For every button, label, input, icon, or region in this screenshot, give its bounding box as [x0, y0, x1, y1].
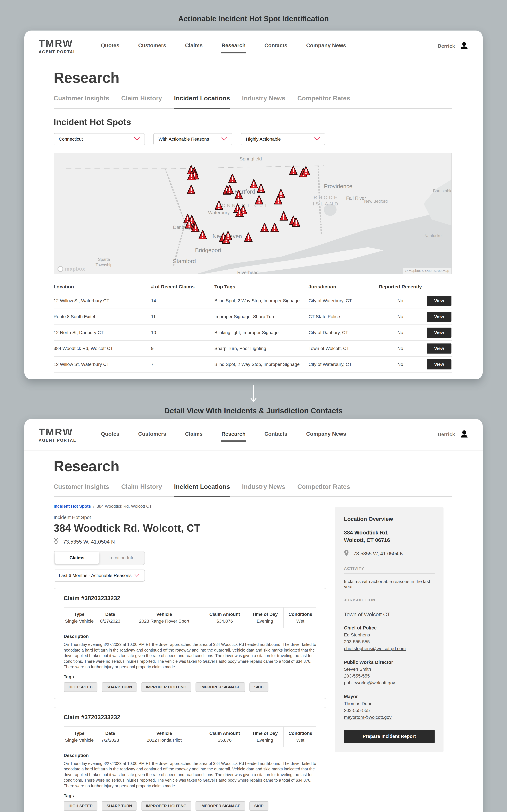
- nav-item-quotes[interactable]: Quotes: [101, 427, 120, 442]
- map-attribution[interactable]: © Mapbox © OpenStreetMap: [403, 268, 451, 274]
- chevron-down-icon: [315, 136, 320, 142]
- tab-claim-history[interactable]: Claim History: [121, 95, 162, 102]
- tab-incident-locations[interactable]: Incident Locations: [174, 483, 230, 490]
- cell-top-tags: Blind Spot, 2 Way Stop, Improper Signage: [214, 362, 308, 367]
- view-button[interactable]: View: [427, 296, 451, 306]
- stage-title-bottom: Detail View With Incidents & Jurisdictio…: [0, 406, 507, 415]
- tab-industry-news[interactable]: Industry News: [242, 95, 285, 102]
- claim-fields-table: TypeSingle VehicleDate8/27/2023Vehicle20…: [64, 607, 316, 628]
- tab-claim-history[interactable]: Claim History: [121, 483, 162, 490]
- incident-marker-icon[interactable]: [198, 230, 207, 240]
- filter-dropdown-highly-actionable[interactable]: Highly Actionable: [241, 133, 325, 145]
- incident-marker-icon[interactable]: [274, 195, 283, 205]
- nav-item-company-news[interactable]: Company News: [306, 39, 346, 53]
- tab-competitor-rates[interactable]: Competitor Rates: [297, 483, 350, 490]
- table-row: 384 Woodtick Rd, Wolcott CT9Sharp Turn, …: [54, 341, 452, 357]
- nav-item-customers[interactable]: Customers: [138, 427, 166, 442]
- incident-marker-icon[interactable]: [255, 195, 264, 205]
- cell-jurisdiction: Town of Wolcott, CT: [308, 346, 377, 351]
- tab-industry-news[interactable]: Industry News: [242, 483, 285, 490]
- view-button[interactable]: View: [427, 312, 451, 322]
- incident-marker-icon[interactable]: [244, 232, 253, 242]
- incident-marker-icon[interactable]: [187, 171, 196, 181]
- contact-email-link[interactable]: chiefstephens@wolcottpd.com: [344, 646, 406, 651]
- tmrw-logo[interactable]: TMRW AGENT PORTAL: [39, 427, 76, 443]
- nav-item-contacts[interactable]: Contacts: [264, 39, 288, 53]
- map-label-new-bedford: New Bedford: [364, 198, 388, 204]
- nav-item-claims[interactable]: Claims: [185, 39, 203, 53]
- user-menu[interactable]: Derrick: [438, 430, 468, 439]
- incident-marker-icon[interactable]: [224, 231, 232, 241]
- incident-marker-icon[interactable]: [187, 184, 195, 194]
- contact-name: Steven Smith: [344, 666, 435, 673]
- sidebar-address: 384 Woodtick Rd. Wolcott, CT 06716: [344, 529, 435, 544]
- incident-marker-icon[interactable]: [234, 189, 243, 199]
- tab-customer-insights[interactable]: Customer Insights: [54, 95, 109, 102]
- claim-field-type: TypeSingle Vehicle: [64, 727, 95, 747]
- incident-marker-icon[interactable]: [235, 208, 244, 218]
- breadcrumb-link-incident-hot-spots[interactable]: Incident Hot Spots: [54, 504, 91, 509]
- table-row: Route 8 South Exit 411Improper Signage, …: [54, 309, 452, 325]
- incident-marker-icon[interactable]: [257, 183, 265, 193]
- tag-chip-sharp-turn: SHARP TURN: [102, 801, 137, 811]
- incident-marker-icon[interactable]: [225, 184, 234, 194]
- jurisdiction-name: Town of Wolcott CT: [344, 612, 435, 618]
- nav-item-research[interactable]: Research: [221, 427, 246, 442]
- user-menu[interactable]: Derrick: [438, 42, 468, 51]
- filter-dropdown-connecticut[interactable]: Connecticut: [54, 133, 145, 145]
- contact-email-link[interactable]: publicworks@wolcott.gov: [344, 680, 395, 685]
- filter-dropdown-with-actionable-reasons[interactable]: With Actionable Reasons: [153, 133, 232, 145]
- logo-subtitle: AGENT PORTAL: [39, 438, 76, 443]
- tab-competitor-rates[interactable]: Competitor Rates: [297, 95, 350, 102]
- cell-jurisdiction: CT State Police: [308, 314, 377, 319]
- tab-incident-locations[interactable]: Incident Locations: [174, 95, 230, 102]
- nav-item-research[interactable]: Research: [221, 39, 246, 53]
- mapbox-logo[interactable]: mapbox: [57, 266, 85, 272]
- incident-marker-icon[interactable]: [301, 166, 311, 176]
- nav-item-customers[interactable]: Customers: [138, 39, 166, 53]
- incident-marker-icon[interactable]: [260, 223, 269, 233]
- tag-chip-skid: SKID: [249, 682, 269, 692]
- claim-field-conditions: ConditionsWet: [284, 727, 317, 747]
- tab-customer-insights[interactable]: Customer Insights: [54, 483, 109, 490]
- activity-label: ACTIVITY: [344, 566, 435, 571]
- field-value: 2023 Range Rover Sport: [127, 619, 202, 624]
- nav-item-company-news[interactable]: Company News: [306, 427, 346, 442]
- tmrw-logo[interactable]: TMRW AGENT PORTAL: [39, 39, 76, 54]
- prepare-incident-report-button[interactable]: Prepare Incident Report: [344, 730, 435, 743]
- chevron-down-icon: [222, 136, 227, 142]
- contact-email-link[interactable]: mayortom@wolcott.gov: [344, 715, 392, 720]
- view-button[interactable]: View: [427, 328, 451, 338]
- field-value: 7/2/2023: [97, 738, 124, 743]
- page: Actionable Incident Hot Spot Identificat…: [0, 0, 507, 812]
- incident-marker-icon[interactable]: [292, 217, 300, 227]
- view-button[interactable]: View: [427, 359, 451, 369]
- incident-marker-icon[interactable]: [215, 200, 223, 210]
- contact-chief-of-police: Chief of PoliceEd Stephens203-555-555chi…: [344, 625, 435, 652]
- claim-field-conditions: ConditionsWet: [284, 607, 317, 628]
- field-value: $34,876: [205, 619, 245, 624]
- field-header: Type: [65, 612, 94, 617]
- nav-item-claims[interactable]: Claims: [185, 427, 203, 442]
- tab-location-info[interactable]: Location Info: [99, 552, 144, 564]
- detail-panel: TMRW AGENT PORTAL QuotesCustomersClaimsR…: [24, 419, 483, 812]
- location-pin-icon: [344, 550, 349, 558]
- field-header: Claim Amount: [205, 612, 245, 617]
- view-button[interactable]: View: [427, 344, 451, 354]
- cell-reported-recently: No: [377, 346, 424, 351]
- range-filter-dropdown[interactable]: Last 6 Months - Actionable Reasons: [54, 570, 145, 582]
- claims-list: Claim #38203233232TypeSingle VehicleDate…: [54, 588, 326, 812]
- nav-item-quotes[interactable]: Quotes: [101, 39, 120, 53]
- incident-marker-icon[interactable]: [228, 173, 237, 183]
- nav-item-contacts[interactable]: Contacts: [264, 427, 288, 442]
- incident-marker-icon[interactable]: [289, 165, 298, 175]
- range-filter-value: Last 6 Months - Actionable Reasons: [59, 573, 131, 578]
- divider: [344, 605, 435, 605]
- contacts-list: Chief of PoliceEd Stephens203-555-555chi…: [344, 625, 435, 721]
- incident-map[interactable]: mapbox © Mapbox © OpenStreetMap Springfi…: [54, 153, 452, 274]
- cell-claim-count: 14: [151, 298, 214, 303]
- incident-marker-icon[interactable]: [270, 223, 279, 233]
- tab-claims[interactable]: Claims: [55, 552, 99, 564]
- incident-marker-icon[interactable]: [279, 211, 288, 221]
- cell-top-tags: Improper Signage, Sharp Turn: [214, 314, 308, 319]
